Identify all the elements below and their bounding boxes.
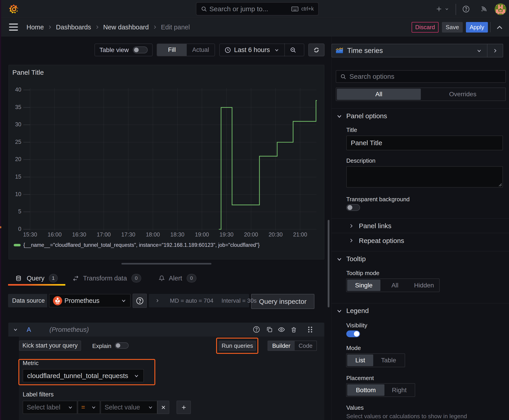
svg-text:0: 0 xyxy=(18,226,21,232)
svg-text:40: 40 xyxy=(15,86,21,93)
svg-text:16:00: 16:00 xyxy=(48,231,62,238)
svg-text:20:30: 20:30 xyxy=(269,231,283,238)
svg-text:16:30: 16:30 xyxy=(72,231,86,238)
svg-text:10: 10 xyxy=(15,191,21,197)
svg-text:18:30: 18:30 xyxy=(170,231,184,238)
svg-text:{__name__="cloudflared_tunnel_: {__name__="cloudflared_tunnel_total_requ… xyxy=(23,242,260,248)
svg-text:35: 35 xyxy=(15,104,21,110)
svg-text:15: 15 xyxy=(15,173,21,180)
svg-text:25: 25 xyxy=(15,139,21,145)
svg-text:20: 20 xyxy=(15,156,21,162)
svg-text:5: 5 xyxy=(18,208,21,215)
svg-text:19:00: 19:00 xyxy=(195,231,209,238)
svg-text:21:00: 21:00 xyxy=(293,231,307,238)
svg-text:20:00: 20:00 xyxy=(244,231,258,238)
svg-text:17:00: 17:00 xyxy=(97,231,111,238)
svg-text:19:30: 19:30 xyxy=(220,231,234,238)
svg-text:30: 30 xyxy=(15,121,21,128)
svg-text:15:30: 15:30 xyxy=(23,231,37,238)
svg-text:17:30: 17:30 xyxy=(121,231,135,238)
svg-text:18:00: 18:00 xyxy=(146,231,160,238)
